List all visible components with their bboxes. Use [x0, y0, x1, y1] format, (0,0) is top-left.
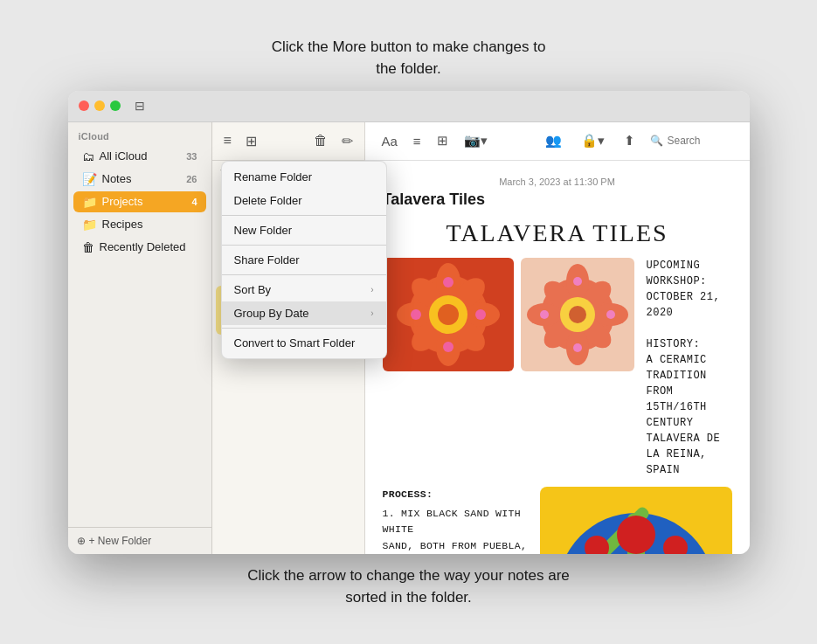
- note-content-row: UPCOMING WORKSHOP: OCTOBER 21, 2020 HIST…: [383, 258, 732, 478]
- context-menu-divider-4: [222, 328, 386, 329]
- rename-folder-label: Rename Folder: [234, 170, 313, 184]
- sidebar-item-all-icloud[interactable]: 🗂 All iCloud 33: [73, 146, 206, 167]
- svg-point-13: [443, 342, 454, 352]
- talavera-image-2: [521, 258, 634, 371]
- minimize-button[interactable]: [94, 100, 105, 111]
- svg-point-12: [443, 277, 454, 287]
- sidebar-label-all-icloud: All iCloud: [100, 149, 148, 163]
- close-button[interactable]: [79, 100, 89, 111]
- note-bottom-row: PROCESS: 1. MIX BLACK SAND WITH WHITE SA…: [383, 487, 732, 554]
- new-folder-menu-label: New Folder: [234, 224, 292, 237]
- sidebar-label-recipes: Recipes: [102, 218, 143, 231]
- context-menu-item-new[interactable]: New Folder: [222, 218, 386, 242]
- editor-content: March 3, 2023 at 11:30 PM Talavera Tiles…: [365, 161, 750, 554]
- sort-by-label: Sort By: [234, 283, 272, 296]
- notes-list-panel: ≡ ⊞ 🗑 ✏ Today Roadtrip To Do's 4:23 PM ✈…: [212, 122, 365, 554]
- share-button[interactable]: ⬆: [620, 130, 640, 151]
- editor-search: 🔍: [650, 135, 737, 147]
- note-right-text: UPCOMING WORKSHOP: OCTOBER 21, 2020 HIST…: [647, 258, 732, 478]
- new-folder-button[interactable]: ⊕ + New Folder: [68, 527, 211, 554]
- handwritten-title: Talavera Tiles: [383, 219, 732, 247]
- process-steps: 1. MIX BLACK SAND WITH WHITE SAND, BOTH …: [383, 506, 528, 554]
- editor-date: March 3, 2023 at 11:30 PM: [383, 170, 732, 190]
- annotation-bottom: Click the arrow to change the way your n…: [225, 564, 592, 609]
- list-view-button[interactable]: ≡: [221, 130, 234, 151]
- sidebar-badge-notes: 26: [186, 174, 197, 184]
- context-menu-item-share[interactable]: Share Folder: [222, 248, 386, 272]
- trash-icon: 🗑: [82, 240, 94, 254]
- list-style-button[interactable]: ≡: [409, 131, 426, 151]
- svg-point-28: [573, 277, 582, 286]
- sidebar-item-recipes[interactable]: 📁 Recipes: [73, 214, 206, 235]
- context-menu-item-sort[interactable]: Sort By ›: [222, 278, 386, 301]
- context-menu-divider-2: [222, 245, 386, 246]
- app-body: iCloud 🗂 All iCloud 33 📝 Notes 26 📁 Proj…: [68, 122, 750, 554]
- search-icon: 🔍: [650, 135, 663, 147]
- sidebar-label-notes: Notes: [102, 172, 132, 185]
- svg-point-39: [617, 516, 655, 554]
- media-button[interactable]: 📷▾: [460, 130, 492, 151]
- svg-point-15: [475, 309, 486, 320]
- title-bar: ⊟: [68, 91, 750, 122]
- new-folder-label: + New Folder: [89, 535, 152, 547]
- delete-note-button[interactable]: 🗑: [311, 130, 330, 151]
- collab-button[interactable]: 👥: [541, 130, 566, 151]
- maximize-button[interactable]: [110, 100, 121, 111]
- sidebar-badge-projects: 4: [191, 197, 197, 207]
- svg-point-11: [438, 304, 459, 325]
- grid-view-button[interactable]: ⊞: [243, 130, 260, 152]
- add-icon: ⊕: [77, 535, 86, 547]
- svg-point-14: [411, 309, 421, 320]
- svg-point-27: [569, 306, 586, 323]
- share-folder-label: Share Folder: [234, 253, 300, 267]
- sidebar-label-projects: Projects: [102, 195, 143, 208]
- notes-icon: 📝: [82, 172, 97, 186]
- recipes-icon: 📁: [82, 218, 97, 232]
- context-menu-divider-3: [222, 274, 386, 275]
- sidebar-badge-all-icloud: 33: [186, 151, 197, 162]
- sidebar-item-projects[interactable]: 📁 Projects 4: [73, 191, 206, 212]
- editor-toolbar-group: Aa ≡ ⊞ 📷▾: [377, 130, 492, 151]
- editor-toolbar: Aa ≡ ⊞ 📷▾ 👥 🔒▾ ⬆ 🔍: [365, 122, 750, 161]
- search-input[interactable]: [668, 135, 737, 147]
- annotation-top: Click the More button to make changes to…: [269, 36, 549, 80]
- sidebar-toggle-icon[interactable]: ⊟: [135, 99, 145, 113]
- app-window: ⊟ iCloud 🗂 All iCloud 33 📝 Notes 26 📁 Pr…: [68, 91, 750, 554]
- sort-by-arrow-icon: ›: [370, 285, 373, 294]
- svg-point-29: [573, 343, 582, 352]
- context-menu-item-convert[interactable]: Convert to Smart Folder: [222, 331, 386, 355]
- group-by-date-label: Group By Date: [234, 307, 309, 320]
- note-process-block: PROCESS: 1. MIX BLACK SAND WITH WHITE SA…: [383, 487, 528, 554]
- context-menu-item-group-by-date[interactable]: Group By Date ›: [222, 301, 386, 325]
- projects-icon: 📁: [82, 195, 97, 209]
- sidebar-section-label: iCloud: [68, 122, 211, 145]
- font-button[interactable]: Aa: [377, 131, 402, 151]
- context-menu: Rename Folder Delete Folder New Folder S…: [221, 161, 387, 359]
- lock-button[interactable]: 🔒▾: [577, 130, 609, 151]
- context-menu-item-delete[interactable]: Delete Folder: [222, 189, 386, 212]
- talavera-image-large: [540, 487, 732, 554]
- sidebar: iCloud 🗂 All iCloud 33 📝 Notes 26 📁 Proj…: [68, 122, 212, 554]
- note-images-row: [383, 258, 634, 478]
- sidebar-item-recently-deleted[interactable]: 🗑 Recently Deleted: [73, 237, 206, 258]
- notes-list-toolbar: ≡ ⊞ 🗑 ✏: [212, 122, 364, 161]
- sidebar-item-notes[interactable]: 📝 Notes 26: [73, 169, 206, 190]
- traffic-lights: [79, 100, 121, 111]
- process-title: PROCESS:: [383, 487, 528, 502]
- note-editor: Aa ≡ ⊞ 📷▾ 👥 🔒▾ ⬆ 🔍 March 3, 2023 at 11:3…: [365, 122, 750, 554]
- delete-folder-label: Delete Folder: [234, 194, 302, 207]
- context-menu-item-rename[interactable]: Rename Folder: [222, 165, 386, 189]
- svg-point-30: [540, 310, 549, 319]
- table-button[interactable]: ⊞: [433, 130, 453, 151]
- convert-smart-label: Convert to Smart Folder: [234, 336, 356, 350]
- compose-button[interactable]: ✏: [339, 130, 356, 152]
- svg-point-31: [606, 310, 615, 319]
- note-title-display: Talavera Tiles: [383, 190, 732, 209]
- talavera-image-1: [383, 258, 514, 371]
- context-menu-divider-1: [222, 215, 386, 216]
- group-by-date-arrow-icon: ›: [370, 308, 373, 318]
- sidebar-label-recently-deleted: Recently Deleted: [100, 240, 186, 253]
- folder-icon: 🗂: [82, 149, 94, 163]
